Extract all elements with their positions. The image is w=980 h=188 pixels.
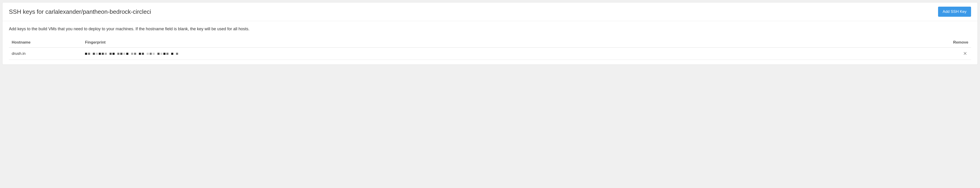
table-row: drush.in — [9, 48, 971, 60]
cell-fingerprint — [82, 48, 943, 60]
fingerprint-redacted — [85, 53, 178, 55]
ssh-keys-table: Hostname Fingerprint Remove drush.in — [9, 38, 971, 60]
col-header-hostname: Hostname — [9, 38, 82, 48]
col-header-fingerprint: Fingerprint — [82, 38, 943, 48]
cell-hostname: drush.in — [9, 48, 82, 60]
panel-title: SSH keys for carlalexander/pantheon-bedr… — [9, 8, 151, 15]
ssh-keys-panel: SSH keys for carlalexander/pantheon-bedr… — [2, 2, 978, 65]
panel-body: Add keys to the build VMs that you need … — [3, 21, 977, 64]
remove-key-icon[interactable] — [962, 51, 968, 56]
add-ssh-key-button[interactable]: Add SSH Key — [938, 6, 971, 17]
panel-header: SSH keys for carlalexander/pantheon-bedr… — [3, 3, 977, 21]
panel-description: Add keys to the build VMs that you need … — [9, 27, 971, 32]
col-header-remove: Remove — [943, 38, 971, 48]
cell-remove — [943, 48, 971, 60]
